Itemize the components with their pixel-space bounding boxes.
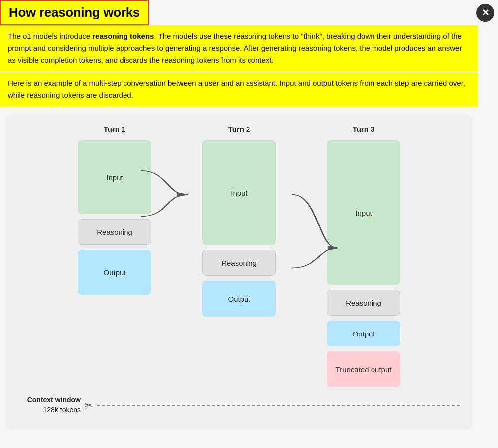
context-window-row: Context window 128k tokens ✂ <box>16 395 462 415</box>
intro-pre-text: The o1 models introduce <box>8 32 92 40</box>
intro2-text: Here is an example of a multi-step conve… <box>8 79 465 99</box>
close-icon: ✕ <box>482 7 489 18</box>
title-block: How reasoning works <box>0 0 149 25</box>
intro-bold-text: reasoning tokens <box>92 32 154 40</box>
turn-3-reasoning-box: Reasoning <box>327 290 400 316</box>
turn-3-input-box: Input <box>327 140 400 285</box>
intro-paragraph-2: Here is an example of a multi-step conve… <box>0 72 478 106</box>
context-window-label: Context window 128k tokens <box>26 395 81 415</box>
turn-1-label: Turn 1 <box>104 125 126 133</box>
turn-2-reasoning-box: Reasoning <box>202 250 276 276</box>
page-title: How reasoning works <box>9 5 140 20</box>
turn-1-output-box: Output <box>78 250 151 295</box>
scissors-icon: ✂ <box>85 399 93 411</box>
turn-3-truncated-box: Truncated output <box>327 351 400 387</box>
turns-wrapper: Turn 1 Input Reasoning Output Turn 2 Inp… <box>16 125 462 387</box>
context-window-sub: 128k tokens <box>26 405 81 415</box>
turn-2-output-box: Output <box>202 281 276 317</box>
context-window-dashed-line <box>97 405 460 406</box>
turn-2-column: Turn 2 Input Reasoning Output <box>189 125 289 387</box>
close-button[interactable]: ✕ <box>476 4 494 22</box>
turn-2-input-box: Input <box>202 140 276 245</box>
turn-3-label: Turn 3 <box>353 125 375 133</box>
turn-3-output-box: Output <box>327 321 400 346</box>
diagram-container: Turn 1 Input Reasoning Output Turn 2 Inp… <box>6 115 472 430</box>
turn-1-reasoning-box: Reasoning <box>78 219 151 245</box>
intro-paragraph-1: The o1 models introduce reasoning tokens… <box>0 25 478 71</box>
page-content: How reasoning works The o1 models introd… <box>0 0 478 430</box>
turn-1-column: Turn 1 Input Reasoning Output <box>65 125 164 387</box>
turn-1-input-box: Input <box>78 140 151 214</box>
turn-2-label: Turn 2 <box>228 125 250 133</box>
turn-3-column: Turn 3 Input Reasoning Output Truncated … <box>314 125 413 387</box>
